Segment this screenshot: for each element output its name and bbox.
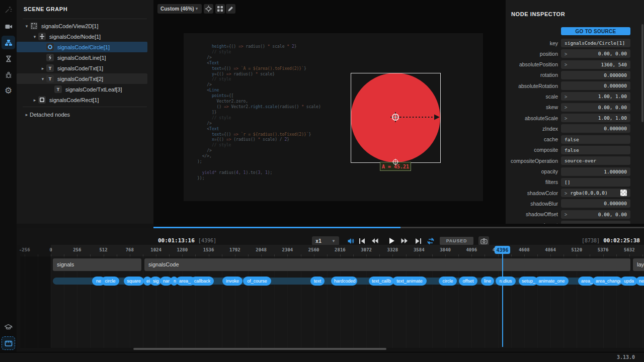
- expand-chevron-icon[interactable]: >: [565, 104, 567, 110]
- expand-chevron-icon[interactable]: >: [565, 61, 567, 67]
- timeline-task-area_change[interactable]: area_change: [593, 277, 622, 286]
- tree-row[interactable]: signalsCode/Circle[1]: [17, 42, 147, 52]
- property-value-key[interactable]: signalsCode/Circle[1]: [561, 39, 630, 47]
- color-picker-button[interactable]: [226, 4, 235, 14]
- property-value-absoluteScale[interactable]: >1.00, 1.00: [561, 114, 630, 122]
- property-value-filters[interactable]: []: [561, 178, 630, 187]
- play-button[interactable]: [387, 237, 395, 245]
- property-value-opacity[interactable]: 1.000000: [561, 167, 630, 176]
- console-icon[interactable]: [2, 68, 15, 81]
- timeline-task-line[interactable]: line: [481, 277, 494, 286]
- tree-row[interactable]: ▾TsignalsCode/Txt[2]: [17, 73, 147, 84]
- chevron-down-icon[interactable]: ▾: [39, 76, 46, 81]
- snapshot-button[interactable]: [478, 236, 489, 245]
- property-value-shadowBlur[interactable]: 0.000000: [561, 199, 630, 208]
- video-settings-icon[interactable]: [2, 20, 15, 33]
- timeline-task-text[interactable]: text: [310, 277, 325, 286]
- loop-button[interactable]: [427, 237, 435, 245]
- scene-block-signalsCode[interactable]: signalsCode: [144, 258, 630, 271]
- activity-bar: ⚙: [0, 0, 17, 352]
- tree-row[interactable]: ▾signalsCode/Node[1]: [17, 31, 147, 42]
- chevron-down-icon[interactable]: ▾: [31, 34, 38, 39]
- tree-row[interactable]: signalsCode/Line[1]: [17, 52, 147, 63]
- ruler-tick-label: 2560: [308, 247, 319, 252]
- divider: [23, 19, 147, 19]
- detached-nodes-toggle[interactable]: ▸ Detached nodes: [24, 110, 70, 119]
- chevron-down-icon[interactable]: ▾: [23, 24, 30, 29]
- property-value-text: 0.000000: [565, 72, 627, 78]
- timeline-task-upda[interactable]: upda: [620, 277, 637, 286]
- expand-chevron-icon[interactable]: >: [565, 190, 567, 196]
- scene-graph-icon[interactable]: [2, 36, 15, 49]
- tree-row[interactable]: ▸TsignalsCode/Txt[1]: [17, 63, 147, 73]
- effects-icon[interactable]: [2, 3, 15, 16]
- timeline-task-callback[interactable]: callback: [191, 277, 214, 286]
- skip-end-button[interactable]: [414, 237, 422, 245]
- chevron-right-icon[interactable]: ▸: [31, 98, 38, 103]
- timeline-task-nex[interactable]: nex: [636, 277, 644, 286]
- expand-chevron-icon[interactable]: >: [565, 51, 567, 57]
- negative-time-zone: [20, 245, 51, 348]
- inspector-scrollbar[interactable]: [641, 24, 643, 122]
- go-to-source-button[interactable]: GO TO SOURCE: [561, 27, 630, 35]
- property-value-scale[interactable]: >1.00, 1.00: [561, 92, 630, 101]
- expand-chevron-icon[interactable]: >: [565, 115, 567, 121]
- timeline-task-text_callb[interactable]: text_callb: [369, 277, 394, 286]
- timeline-task-square[interactable]: square: [124, 277, 144, 286]
- code-overlay: height={() => radius() * scale * 2} // s…: [197, 44, 321, 182]
- timeline-task-circle[interactable]: circle: [101, 277, 119, 286]
- property-value-cache[interactable]: false: [561, 135, 630, 144]
- timeline-task-hardcoded[interactable]: hardcoded: [331, 277, 357, 286]
- grid-toggle-button[interactable]: [215, 4, 225, 14]
- timeline-task-invoke[interactable]: invoke: [222, 277, 243, 286]
- timeline-task-offset[interactable]: offset: [459, 277, 477, 286]
- grid-icon: [217, 6, 223, 12]
- property-value-text: 1.000000: [565, 169, 627, 174]
- property-value-composite[interactable]: false: [561, 146, 630, 154]
- timeline-task-text_animate[interactable]: text_animate: [392, 277, 427, 286]
- mute-button[interactable]: [347, 237, 355, 245]
- property-value-position[interactable]: >0.00, 0.00: [561, 49, 630, 58]
- property-value-compositeOperation[interactable]: source-over: [561, 156, 630, 165]
- tree-row[interactable]: ▾signalsCode/View2D[1]: [17, 21, 147, 31]
- time-events-icon[interactable]: [2, 52, 15, 65]
- tree-row[interactable]: TsignalsCode/TxtLeaf[3]: [17, 84, 147, 95]
- expand-chevron-icon[interactable]: >: [565, 94, 567, 100]
- timeline-task-area_[interactable]: area_: [578, 277, 594, 286]
- scene-block-signals[interactable]: signals: [53, 258, 141, 271]
- timeline-scrollbar[interactable]: [133, 348, 386, 350]
- playhead-badge[interactable]: 4396: [495, 246, 510, 254]
- skip-start-button[interactable]: [358, 237, 366, 245]
- play-icon: [388, 237, 395, 244]
- rewind-button[interactable]: [371, 237, 379, 245]
- scene-block-lay[interactable]: lay: [633, 258, 644, 271]
- property-value-shadowColor[interactable]: >rgba(0,0,0,0): [561, 189, 630, 197]
- timeline-icon[interactable]: [2, 336, 15, 350]
- timeline-task-circle[interactable]: circle: [439, 277, 457, 286]
- tree-row[interactable]: ▸signalsCode/Rect[1]: [17, 95, 147, 105]
- timeline-task-animate_one[interactable]: animate_one: [535, 277, 569, 286]
- color-swatch[interactable]: [620, 190, 627, 196]
- property-value-rotation[interactable]: 0.000000: [561, 71, 630, 79]
- scene-canvas[interactable]: height={() => radius() * scale * 2} // s…: [184, 33, 483, 201]
- zoom-select[interactable]: Custom (46%) ▼: [157, 4, 202, 14]
- timeline-task-of_course[interactable]: of_course: [243, 277, 271, 286]
- chevron-right-icon[interactable]: ▸: [24, 112, 30, 117]
- current-time-label: 00:01:13:16: [158, 237, 195, 244]
- property-value-absolutePosition[interactable]: >1360, 540: [561, 60, 630, 69]
- tree-node-label: signalsCode/View2D[1]: [41, 23, 99, 29]
- timeline-ruler[interactable]: -256025651276810241280153617922048230425…: [20, 245, 644, 257]
- chevron-right-icon[interactable]: ▸: [39, 66, 46, 71]
- docs-icon[interactable]: [2, 320, 15, 334]
- recenter-button[interactable]: [204, 4, 213, 14]
- property-value-skew[interactable]: >0.00, 0.00: [561, 103, 630, 112]
- timeline-task-radius[interactable]: radius: [496, 277, 516, 286]
- property-value-absoluteRotation[interactable]: 0.000000: [561, 81, 630, 90]
- fast-forward-button[interactable]: [400, 237, 409, 245]
- expand-chevron-icon[interactable]: >: [565, 211, 567, 217]
- timeline-task-sig[interactable]: sig: [150, 277, 161, 286]
- property-value-shadowOffset[interactable]: >0.00, 0.00: [561, 210, 630, 219]
- property-value-zIndex[interactable]: 0.000000: [561, 124, 630, 133]
- speed-select[interactable]: x1 ▼: [312, 236, 339, 245]
- settings-icon[interactable]: ⚙: [2, 84, 15, 98]
